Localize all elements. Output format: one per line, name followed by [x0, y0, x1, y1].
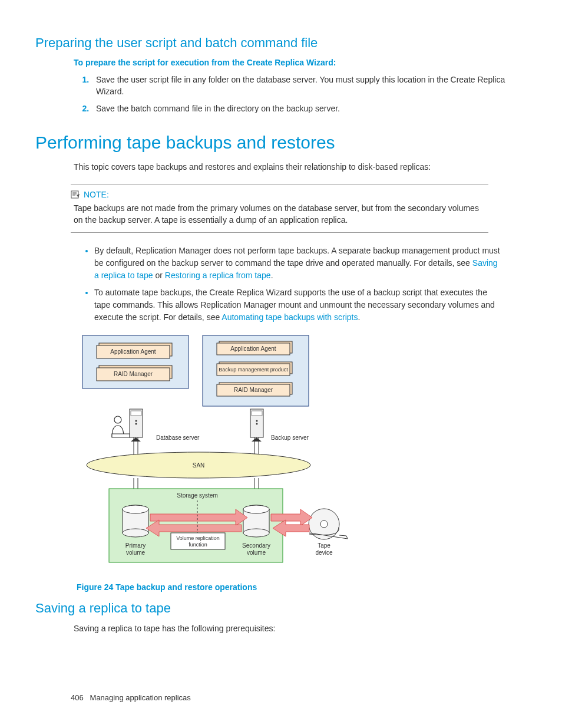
- subheading-script-prep: To prepare the script for execution from…: [74, 58, 527, 67]
- svg-rect-0: [71, 191, 78, 198]
- fig-raid-left: RAID Manager: [114, 371, 153, 377]
- svg-point-18: [135, 420, 137, 421]
- fig-db-server-label: Database server: [156, 434, 200, 441]
- bullet-1-text-b: or: [153, 271, 165, 280]
- section-heading-performing: Performing tape backups and restores: [35, 133, 527, 153]
- fig-app-agent-right: Application Agent: [230, 345, 276, 352]
- page-footer: 406 Managing application replicas: [71, 693, 527, 702]
- page-number: 406: [71, 693, 84, 702]
- fig-app-agent-left: Application Agent: [110, 348, 156, 355]
- bullet-1-text-c: .: [271, 271, 273, 280]
- section-heading-preparing: Preparing the user script and batch comm…: [35, 35, 527, 51]
- note-label-text: NOTE:: [84, 190, 109, 199]
- fig-primary-label2: volume: [126, 549, 146, 556]
- svg-rect-23: [252, 411, 262, 416]
- fig-storage-label: Storage system: [177, 492, 217, 499]
- svg-rect-21: [112, 434, 130, 437]
- link-automating-tape[interactable]: Automating tape backups with scripts: [222, 312, 358, 322]
- fig-primary-label1: Primary: [125, 542, 146, 549]
- svg-marker-31: [252, 437, 262, 442]
- note-label: NOTE:: [71, 190, 488, 199]
- bullet-1: By default, Replication Manager does not…: [94, 245, 503, 282]
- svg-point-46: [243, 529, 269, 537]
- svg-point-47: [243, 505, 269, 513]
- note-block: NOTE: Tape backups are not made from the…: [71, 185, 488, 232]
- svg-point-25: [256, 423, 258, 424]
- svg-point-43: [123, 505, 148, 513]
- svg-point-24: [256, 420, 258, 421]
- footer-title: Managing application replicas: [90, 693, 191, 702]
- svg-point-54: [320, 521, 328, 528]
- bullet-list: By default, Replication Manager does not…: [82, 245, 503, 324]
- note-icon: [71, 190, 80, 199]
- bullet-2: To automate tape backups, the Create Rep…: [94, 286, 503, 324]
- svg-marker-28: [131, 437, 141, 442]
- saving-text: Saving a replica to tape has the followi…: [74, 623, 527, 635]
- fig-volrep1: Volume replication: [176, 535, 220, 541]
- fig-secondary-label1: Secondary: [242, 542, 270, 549]
- bullet-2-text-b: .: [358, 312, 360, 322]
- figure-caption: Figure 24 Tape backup and restore operat…: [77, 582, 527, 592]
- figure-diagram: Application Agent RAID Manager Applicati…: [77, 332, 527, 577]
- fig-volrep2: function: [189, 542, 207, 548]
- fig-backup-server-label: Backup server: [271, 434, 309, 441]
- fig-raid-right: RAID Manager: [234, 387, 273, 393]
- intro-text: This topic covers tape backups and resto…: [74, 162, 527, 173]
- svg-rect-17: [131, 411, 141, 416]
- svg-point-20: [114, 416, 121, 423]
- bullet-1-text-a: By default, Replication Manager does not…: [94, 246, 500, 268]
- fig-tape-label2: device: [316, 549, 333, 556]
- fig-secondary-label2: volume: [247, 549, 266, 556]
- link-restoring-replica[interactable]: Restoring a replica from tape: [165, 271, 271, 280]
- fig-tape-label1: Tape: [318, 542, 330, 549]
- svg-point-42: [123, 529, 148, 537]
- section-heading-saving: Saving a replica to tape: [35, 601, 527, 616]
- ordered-steps: Save the user script file in any folder …: [80, 74, 527, 115]
- step-1: Save the user script file in any folder …: [91, 74, 527, 97]
- step-2: Save the batch command file in the direc…: [91, 103, 527, 115]
- svg-point-19: [135, 423, 137, 424]
- fig-san-label: SAN: [193, 462, 205, 469]
- fig-backup-mgmt: Backup management product: [219, 367, 288, 373]
- note-text: Tape backups are not made from the prima…: [74, 203, 488, 226]
